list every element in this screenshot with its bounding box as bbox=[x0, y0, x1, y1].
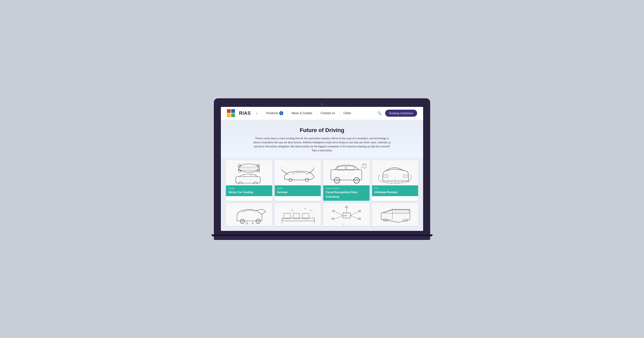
nav-contact[interactable]: Contact us bbox=[317, 107, 338, 120]
card-row2-1[interactable] bbox=[226, 203, 272, 226]
svg-rect-29 bbox=[363, 163, 366, 168]
svg-line-58 bbox=[335, 212, 343, 215]
svg-point-8 bbox=[238, 182, 242, 184]
nav-divider-3 bbox=[287, 110, 288, 117]
nav-divider-5 bbox=[339, 110, 339, 117]
card-label-2: Toyota Aerocar bbox=[275, 185, 321, 196]
nav-divider-4 bbox=[316, 110, 316, 117]
svg-point-38 bbox=[240, 219, 245, 224]
svg-line-61 bbox=[350, 216, 358, 219]
card-image-2 bbox=[275, 160, 321, 185]
nav-divider-1 bbox=[252, 110, 252, 117]
page-subtitle: There's never been a more exciting time … bbox=[252, 137, 392, 153]
card-google-sticky[interactable]: * * * Google Sticky Car Coating bbox=[226, 160, 272, 201]
svg-text:*: * bbox=[263, 179, 264, 181]
svg-text:*: * bbox=[261, 177, 262, 179]
products-dropdown-icon: ▾ bbox=[279, 111, 283, 115]
browser-screen: RIAS ⌂ Products ▾ News & Guides Contact … bbox=[221, 107, 423, 231]
contact-label: Contact us bbox=[320, 111, 335, 115]
nav-products[interactable]: Products ▾ bbox=[263, 107, 286, 120]
svg-point-40 bbox=[256, 219, 261, 224]
svg-point-24 bbox=[336, 179, 338, 182]
svg-rect-21 bbox=[337, 166, 345, 170]
laptop-base bbox=[214, 234, 430, 240]
card-label-4: Ford Inflatable Bumper bbox=[372, 185, 418, 196]
svg-text:510: 510 bbox=[304, 208, 306, 209]
card-brand-2: Toyota bbox=[277, 187, 318, 189]
card-row2-3[interactable]: 520 528 526 5 bbox=[323, 203, 370, 226]
logo-yellow-square bbox=[227, 113, 231, 117]
card-label-1: Google Sticky Car Coating bbox=[226, 185, 272, 196]
svg-text:530: 530 bbox=[291, 209, 293, 211]
svg-point-30 bbox=[364, 164, 364, 165]
svg-rect-47 bbox=[284, 214, 290, 219]
card-row2-4[interactable] bbox=[372, 203, 418, 226]
card-brand-1: Google bbox=[228, 187, 270, 189]
svg-line-59 bbox=[334, 216, 343, 219]
card-jaguar-facial[interactable]: Jaguar Landrover Facial Recognition Door… bbox=[323, 160, 370, 201]
navigation: RIAS ⌂ Products ▾ News & Guides Contact … bbox=[221, 107, 423, 120]
laptop-frame: RIAS ⌂ Products ▾ News & Guides Contact … bbox=[214, 98, 430, 240]
card-row2-2[interactable]: 530 510 504 bbox=[275, 203, 321, 226]
svg-rect-46 bbox=[282, 218, 314, 221]
svg-point-26 bbox=[355, 179, 358, 182]
svg-rect-49 bbox=[302, 214, 309, 219]
card-ford-bumper[interactable]: Ford Inflatable Bumper bbox=[372, 160, 418, 201]
svg-rect-35 bbox=[384, 175, 388, 177]
svg-point-31 bbox=[365, 164, 366, 165]
page-title: Future of Driving bbox=[226, 127, 418, 134]
svg-point-25 bbox=[354, 177, 359, 183]
nav-home[interactable]: ⌂ bbox=[253, 107, 261, 120]
news-label: News & Guides bbox=[292, 111, 312, 115]
cards-section: * * * Google Sticky Car Coating bbox=[221, 158, 423, 231]
cards-grid: * * * Google Sticky Car Coating bbox=[226, 160, 418, 226]
card-title-1: Sticky Car Coating bbox=[228, 191, 253, 194]
search-icon[interactable]: 🔍 bbox=[376, 110, 383, 117]
hero-section: Future of Driving There's never been a m… bbox=[221, 120, 423, 158]
svg-text:*: * bbox=[260, 180, 261, 181]
logo-red-square bbox=[227, 109, 231, 113]
svg-rect-36 bbox=[403, 175, 407, 177]
nav-divider-2 bbox=[262, 110, 262, 117]
svg-rect-20 bbox=[331, 170, 362, 180]
camera bbox=[321, 103, 323, 105]
card-brand-4: Ford bbox=[375, 187, 416, 189]
card-toyota-aerocar[interactable]: Toyota Aerocar bbox=[275, 160, 321, 201]
card-label-3: Jaguar Landrover Facial Recognition Door… bbox=[323, 185, 370, 201]
screen-bezel: RIAS ⌂ Products ▾ News & Guides Contact … bbox=[214, 98, 430, 234]
products-label: Products bbox=[266, 111, 278, 115]
svg-rect-48 bbox=[293, 214, 300, 219]
svg-text:504: 504 bbox=[310, 209, 312, 211]
svg-point-0 bbox=[238, 164, 259, 172]
logo-blue-square bbox=[231, 109, 235, 113]
card-image-5 bbox=[226, 203, 272, 226]
rias-logo[interactable] bbox=[227, 109, 235, 117]
svg-point-41 bbox=[257, 220, 259, 222]
svg-rect-22 bbox=[346, 166, 355, 170]
svg-line-33 bbox=[391, 182, 392, 184]
svg-line-60 bbox=[350, 212, 358, 215]
card-image-6: 530 510 504 bbox=[275, 203, 321, 226]
card-brand-3: Jaguar Landrover bbox=[326, 187, 367, 189]
svg-text:524: 524 bbox=[345, 206, 348, 208]
svg-point-23 bbox=[334, 177, 340, 183]
card-image-4 bbox=[372, 160, 418, 185]
svg-text:532: 532 bbox=[358, 218, 361, 220]
logo-green-square bbox=[231, 113, 235, 117]
logo-text: RIAS bbox=[239, 111, 251, 116]
svg-point-9 bbox=[254, 182, 257, 184]
svg-point-17 bbox=[305, 178, 309, 182]
home-icon: ⌂ bbox=[256, 111, 258, 115]
card-image-7: 520 528 526 5 bbox=[323, 203, 370, 226]
card-title-2: Aerocar bbox=[277, 191, 288, 194]
svg-point-83 bbox=[403, 219, 408, 221]
card-image-1: * * * bbox=[226, 160, 272, 185]
nav-news[interactable]: News & Guides bbox=[289, 107, 315, 120]
nav-claim[interactable]: Claim bbox=[340, 107, 354, 120]
svg-text:fig. 1: fig. 1 bbox=[343, 223, 345, 225]
svg-text:520: 520 bbox=[344, 215, 347, 217]
card-title-4: Inflatable Bumper bbox=[375, 191, 398, 194]
card-image-3 bbox=[323, 160, 370, 185]
card-title-3: Facial Recognition Door Unlocking bbox=[326, 191, 358, 198]
existing-customers-button[interactable]: Existing Customers bbox=[385, 110, 417, 117]
